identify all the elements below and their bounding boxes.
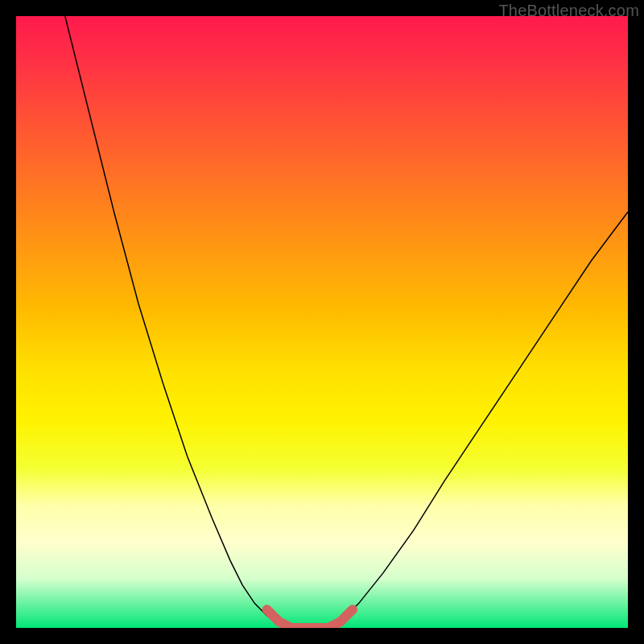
curve-bottom-highlight <box>267 609 353 628</box>
curve-left-branch <box>65 16 279 621</box>
chart-frame: TheBottleneck.com <box>0 0 644 644</box>
curve-layer <box>16 16 628 628</box>
plot-area <box>16 16 628 628</box>
curve-right-branch <box>341 212 628 621</box>
